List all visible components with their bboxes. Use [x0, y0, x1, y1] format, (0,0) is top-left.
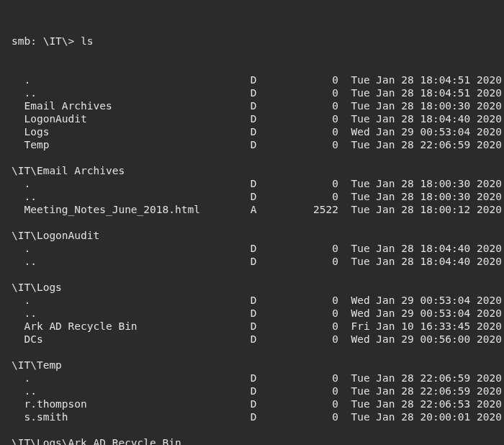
file-entry: . D 0 Tue Jan 28 18:04:51 2020 [12, 73, 492, 86]
file-entry: r.thompson D 0 Tue Jan 28 22:06:53 2020 [12, 397, 492, 410]
file-attr: D [251, 190, 288, 203]
blank-line [12, 268, 492, 281]
file-size: 0 [288, 320, 338, 333]
file-entry: Temp D 0 Tue Jan 28 22:06:59 2020 [12, 138, 492, 151]
file-size: 0 [288, 177, 338, 190]
file-size: 2522 [288, 203, 338, 216]
file-name: Email Archives [12, 99, 251, 112]
file-name: .. [12, 86, 251, 99]
file-attr: D [251, 242, 288, 255]
section-header: \IT\LogonAudit [12, 229, 492, 242]
directory-listing: . D 0 Tue Jan 28 18:04:51 2020 .. D 0 Tu… [12, 73, 492, 445]
blank-line [12, 423, 492, 436]
file-name: LogonAudit [12, 112, 251, 125]
file-size: 0 [288, 190, 338, 203]
file-size: 0 [288, 397, 338, 410]
blank-line [12, 216, 492, 229]
file-name: s.smith [12, 410, 251, 423]
file-attr: D [251, 255, 288, 268]
file-date: Tue Jan 28 18:04:40 2020 [351, 242, 502, 255]
file-entry: .. D 0 Tue Jan 28 18:04:40 2020 [12, 255, 492, 268]
file-size: 0 [288, 307, 338, 320]
file-entry: .. D 0 Tue Jan 28 18:04:51 2020 [12, 86, 492, 99]
file-entry: . D 0 Tue Jan 28 22:06:59 2020 [12, 372, 492, 385]
file-date: Tue Jan 28 18:00:30 2020 [351, 177, 502, 190]
file-name: . [12, 294, 251, 307]
file-entry: Ark AD Recycle Bin D 0 Fri Jan 10 16:33:… [12, 320, 492, 333]
section-header: \IT\Temp [12, 359, 492, 372]
file-entry: . D 0 Wed Jan 29 00:53:04 2020 [12, 294, 492, 307]
file-size: 0 [288, 410, 338, 423]
section-header: \IT\Email Archives [12, 164, 492, 177]
file-attr: A [251, 203, 288, 216]
file-entry: .. D 0 Wed Jan 29 00:53:04 2020 [12, 307, 492, 320]
file-entry: . D 0 Tue Jan 28 18:00:30 2020 [12, 177, 492, 190]
section-header: \IT\Logs\Ark AD Recycle Bin [12, 436, 492, 445]
file-name: Ark AD Recycle Bin [12, 320, 251, 333]
smb-prompt-line[interactable]: smb: \IT\> ls [12, 35, 492, 48]
file-name: . [12, 73, 251, 86]
file-attr: D [251, 294, 288, 307]
file-size: 0 [288, 138, 338, 151]
file-name: .. [12, 190, 251, 203]
file-size: 0 [288, 255, 338, 268]
file-name: DCs [12, 333, 251, 346]
file-date: Tue Jan 28 18:00:30 2020 [351, 190, 502, 203]
file-name: r.thompson [12, 397, 251, 410]
file-entry: s.smith D 0 Tue Jan 28 20:00:01 2020 [12, 410, 492, 423]
file-attr: D [251, 385, 288, 397]
file-attr: D [251, 73, 288, 86]
file-name: . [12, 242, 251, 255]
file-name: .. [12, 385, 251, 397]
file-date: Tue Jan 28 18:00:30 2020 [351, 99, 502, 112]
file-entry: Logs D 0 Wed Jan 29 00:53:04 2020 [12, 125, 492, 138]
file-size: 0 [288, 242, 338, 255]
file-size: 0 [288, 333, 338, 346]
file-size: 0 [288, 385, 338, 397]
file-date: Tue Jan 28 20:00:01 2020 [351, 410, 502, 423]
file-size: 0 [288, 73, 338, 86]
file-size: 0 [288, 125, 338, 138]
file-date: Tue Jan 28 18:00:12 2020 [351, 203, 502, 216]
section-header: \IT\Logs [12, 281, 492, 294]
file-attr: D [251, 86, 288, 99]
file-entry: .. D 0 Tue Jan 28 18:00:30 2020 [12, 190, 492, 203]
file-name: Meeting_Notes_June_2018.html [12, 203, 251, 216]
file-entry: . D 0 Tue Jan 28 18:04:40 2020 [12, 242, 492, 255]
file-name: .. [12, 255, 251, 268]
file-size: 0 [288, 372, 338, 385]
file-entry: LogonAudit D 0 Tue Jan 28 18:04:40 2020 [12, 112, 492, 125]
file-date: Tue Jan 28 22:06:53 2020 [351, 397, 502, 410]
file-name: Temp [12, 138, 251, 151]
file-name: . [12, 177, 251, 190]
file-date: Fri Jan 10 16:33:45 2020 [351, 320, 502, 333]
file-attr: D [251, 99, 288, 112]
file-date: Wed Jan 29 00:56:00 2020 [351, 333, 502, 346]
file-attr: D [251, 307, 288, 320]
file-attr: D [251, 125, 288, 138]
file-date: Wed Jan 29 00:53:04 2020 [351, 294, 502, 307]
file-date: Tue Jan 28 18:04:40 2020 [351, 255, 502, 268]
blank-line [12, 346, 492, 359]
file-attr: D [251, 397, 288, 410]
file-date: Wed Jan 29 00:53:04 2020 [351, 125, 502, 138]
file-date: Tue Jan 28 18:04:40 2020 [351, 112, 502, 125]
file-date: Tue Jan 28 22:06:59 2020 [351, 385, 502, 397]
blank-line [12, 151, 492, 164]
file-attr: D [251, 138, 288, 151]
file-size: 0 [288, 112, 338, 125]
file-attr: D [251, 177, 288, 190]
file-date: Tue Jan 28 22:06:59 2020 [351, 372, 502, 385]
file-date: Tue Jan 28 18:04:51 2020 [351, 73, 502, 86]
file-attr: D [251, 410, 288, 423]
file-date: Tue Jan 28 18:04:51 2020 [351, 86, 502, 99]
file-entry: .. D 0 Tue Jan 28 22:06:59 2020 [12, 385, 492, 397]
file-attr: D [251, 372, 288, 385]
file-size: 0 [288, 99, 338, 112]
file-name: Logs [12, 125, 251, 138]
file-entry: Meeting_Notes_June_2018.html A 2522 Tue … [12, 203, 492, 216]
file-name: . [12, 372, 251, 385]
file-size: 0 [288, 86, 338, 99]
file-date: Tue Jan 28 22:06:59 2020 [351, 138, 502, 151]
file-attr: D [251, 320, 288, 333]
